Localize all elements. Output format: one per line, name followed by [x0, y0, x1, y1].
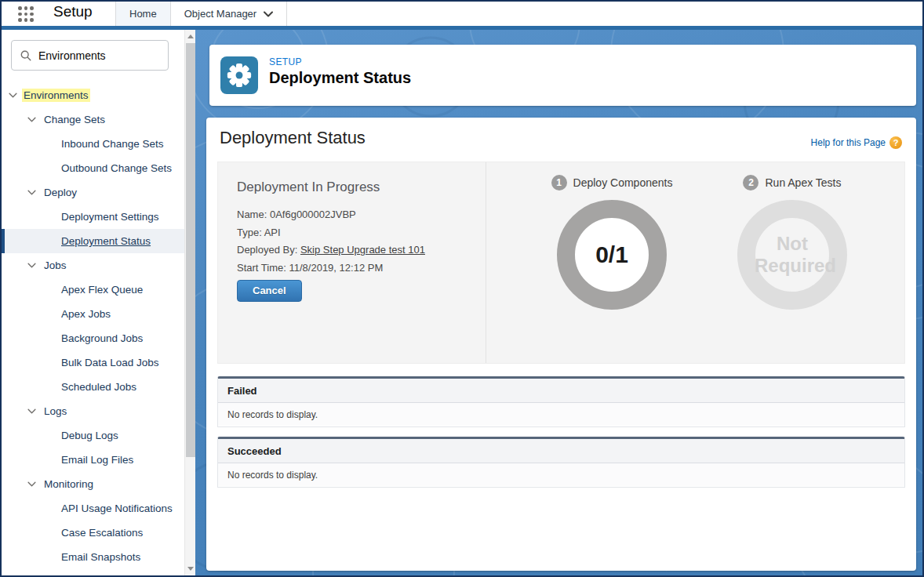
sidebar-item-label: Outbound Change Sets — [61, 162, 172, 174]
sidebar-item-email-snapshots[interactable]: Email Snapshots — [2, 545, 184, 569]
chevron-down-icon — [27, 481, 36, 487]
card-title: Deployment Status — [220, 128, 366, 148]
field-name: Name: 0Af6g000002JVBP — [237, 206, 425, 224]
sidebar-item-label: API Usage Notifications — [61, 503, 173, 514]
sidebar-item-label: Deployment Settings — [61, 211, 159, 223]
sidebar-item-logs[interactable]: Logs — [2, 399, 184, 423]
sidebar-item-outbound-change-sets[interactable]: Outbound Change Sets — [2, 156, 184, 180]
sidebar-item-case-escalations[interactable]: Case Escalations — [2, 521, 184, 545]
tab-home[interactable]: Home — [115, 2, 171, 26]
chevron-down-icon — [9, 93, 17, 98]
sidebar-item-change-sets[interactable]: Change Sets — [2, 107, 184, 132]
sidebar-item-email-log-files[interactable]: Email Log Files — [2, 448, 184, 472]
sidebar-item-label: Logs — [44, 405, 67, 417]
sidebar-item-label: Apex Flex Queue — [61, 284, 143, 296]
succeeded-section: Succeeded No records to display. — [217, 437, 905, 488]
sidebar-item-label: Case Escalations — [61, 527, 143, 539]
field-deployed-by: Deployed By: Skip Step Upgrade test 101 — [237, 241, 425, 259]
search-icon — [20, 50, 31, 61]
sidebar-item-label: Deploy — [44, 187, 77, 198]
sidebar-item-environments[interactable]: Environments — [2, 83, 184, 107]
sidebar-item-deployment-settings[interactable]: Deployment Settings — [2, 205, 184, 229]
chevron-down-icon — [27, 263, 36, 268]
sidebar-search — [11, 40, 169, 71]
help-for-this-page-link[interactable]: Help for this Page ? — [811, 136, 902, 149]
salesforce-setup-window: Setup Home Object Manager Environments C — [0, 0, 924, 577]
sidebar-item-label: Background Jobs — [61, 332, 143, 344]
deployment-status-heading: Deployment In Progress — [237, 180, 380, 195]
cancel-button[interactable]: Cancel — [237, 280, 302, 302]
sidebar-item-label: Scheduled Jobs — [61, 381, 136, 393]
sidebar-item-monitoring[interactable]: Monitoring — [2, 472, 184, 496]
deployment-status-card: Deployment Status Help for this Page ? D… — [206, 118, 916, 571]
failed-section-empty-text: No records to display. — [218, 403, 904, 426]
sidebar-scrollbar[interactable] — [184, 30, 195, 575]
sidebar-item-label: Change Sets — [44, 114, 105, 125]
sidebar-item-label: Inbound Change Sets — [61, 138, 164, 150]
sidebar-item-scheduled-jobs[interactable]: Scheduled Jobs — [2, 375, 184, 399]
setup-gear-tile — [220, 56, 258, 94]
step-deploy-components: 1 Deploy Components 0/1 — [545, 162, 678, 363]
sidebar-item-bulk-data-load-jobs[interactable]: Bulk Data Load Jobs — [2, 350, 184, 375]
sidebar-item-label: Bulk Data Load Jobs — [61, 357, 159, 368]
apex-tests-status-value: Not Required — [755, 233, 830, 276]
step-label: Deploy Components — [573, 176, 673, 189]
succeeded-section-empty-text: No records to display. — [218, 463, 904, 486]
deploy-components-donut: 0/1 — [557, 200, 667, 310]
deployment-fields: Name: 0Af6g000002JVBP Type: API Deployed… — [237, 206, 425, 277]
sidebar-item-api-usage-notifications[interactable]: API Usage Notifications — [2, 496, 184, 521]
question-mark-badge-icon: ? — [889, 136, 902, 149]
scrollbar-thumb[interactable] — [186, 43, 195, 457]
chevron-down-icon — [27, 190, 36, 195]
sidebar-item-jobs[interactable]: Jobs — [2, 253, 184, 278]
page-title: Deployment Status — [269, 69, 411, 87]
failed-section-title: Failed — [218, 379, 904, 403]
step-run-apex-tests: 2 Run Apex Tests Not Required — [726, 162, 859, 363]
page-header-eyebrow: SETUP — [269, 56, 302, 67]
sidebar-item-label: Environments — [22, 89, 90, 102]
sidebar-item-debug-logs[interactable]: Debug Logs — [2, 423, 184, 448]
sidebar-item-label: Monitoring — [44, 478, 93, 490]
sidebar-item-label: Email Log Files — [61, 454, 133, 466]
apex-tests-donut: Not Required — [737, 200, 847, 310]
step-number-badge: 2 — [743, 175, 758, 191]
tab-object-manager-label: Object Manager — [184, 8, 257, 20]
app-name: Setup — [53, 3, 93, 20]
sidebar-item-label: Apex Jobs — [61, 308, 111, 320]
sidebar-item-label: Email Snapshots — [61, 551, 140, 563]
app-launcher-icon[interactable] — [18, 6, 34, 22]
scroll-down-icon[interactable] — [187, 567, 194, 571]
deployed-by-link[interactable]: Skip Step Upgrade test 101 — [300, 244, 425, 256]
global-tabs: Home Object Manager — [115, 2, 287, 26]
tab-home-label: Home — [129, 8, 157, 20]
sidebar-item-label: Jobs — [44, 259, 67, 271]
sidebar-item-deploy[interactable]: Deploy — [2, 180, 184, 205]
help-link-label: Help for this Page — [811, 137, 886, 148]
field-start-time: Start Time: 11/8/2019, 12:12 PM — [237, 259, 425, 278]
scroll-up-icon[interactable] — [187, 34, 194, 38]
failed-section: Failed No records to display. — [217, 376, 905, 427]
chevron-down-icon — [27, 408, 36, 414]
field-type: Type: API — [237, 224, 425, 242]
tab-object-manager[interactable]: Object Manager — [171, 2, 288, 26]
sidebar-item-background-jobs[interactable]: Background Jobs — [2, 326, 184, 350]
chevron-down-icon — [27, 117, 36, 122]
step-label: Run Apex Tests — [765, 176, 841, 189]
sidebar-item-inbound-change-sets[interactable]: Inbound Change Sets — [2, 132, 184, 156]
sidebar-item-apex-jobs[interactable]: Apex Jobs — [2, 302, 184, 326]
sidebar-item-deployment-status[interactable]: Deployment Status — [2, 229, 184, 253]
search-input[interactable] — [38, 49, 159, 62]
sidebar-item-label: Deployment Status — [61, 235, 151, 247]
sidebar-item-label: Debug Logs — [61, 430, 118, 441]
page-header-card: SETUP Deployment Status — [209, 45, 916, 106]
setup-nav-tree: Environments Change Sets Inbound Change … — [2, 83, 184, 569]
setup-content-canvas: SETUP Deployment Status Deployment Statu… — [195, 30, 922, 575]
global-header: Setup Home Object Manager — [2, 2, 922, 26]
deployment-progress-panel: Deployment In Progress Name: 0Af6g000002… — [217, 161, 905, 364]
sidebar-item-apex-flex-queue[interactable]: Apex Flex Queue — [2, 278, 184, 302]
chevron-down-icon — [264, 11, 273, 17]
deploy-progress-value: 0/1 — [595, 241, 628, 268]
deployment-details: Deployment In Progress Name: 0Af6g000002… — [218, 162, 486, 363]
setup-sidebar: Environments Change Sets Inbound Change … — [2, 30, 184, 575]
step-number-badge: 1 — [551, 175, 567, 191]
